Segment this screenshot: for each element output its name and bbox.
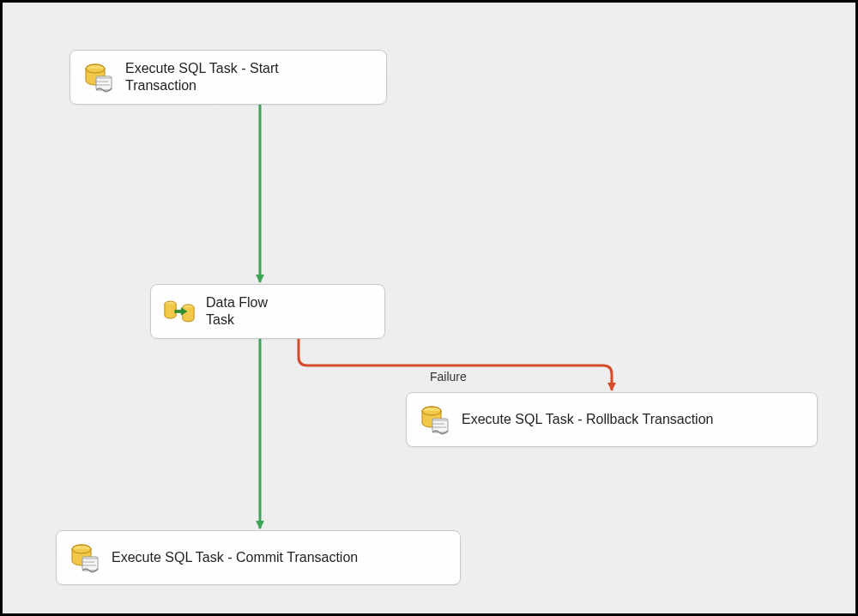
execute-sql-task-icon <box>82 61 115 94</box>
task-rollback-label: Execute SQL Task - Rollback Transaction <box>462 411 713 428</box>
task-data-flow[interactable]: Data Flow Task <box>150 284 385 339</box>
task-rollback-transaction[interactable]: Execute SQL Task - Rollback Transaction <box>406 392 818 447</box>
task-commit-transaction[interactable]: Execute SQL Task - Commit Transaction <box>56 530 461 585</box>
task-start-label: Execute SQL Task - Start Transaction <box>125 60 279 94</box>
data-flow-task-icon <box>163 295 196 328</box>
execute-sql-task-icon <box>69 541 101 574</box>
ssis-control-flow-canvas[interactable]: Execute SQL Task - Start Transaction Dat… <box>3 3 855 613</box>
connector-failure-label: Failure <box>430 370 467 383</box>
execute-sql-task-icon <box>419 403 451 436</box>
task-start-transaction[interactable]: Execute SQL Task - Start Transaction <box>69 50 387 105</box>
task-commit-label: Execute SQL Task - Commit Transaction <box>112 549 358 566</box>
task-dataflow-label: Data Flow Task <box>206 294 268 329</box>
